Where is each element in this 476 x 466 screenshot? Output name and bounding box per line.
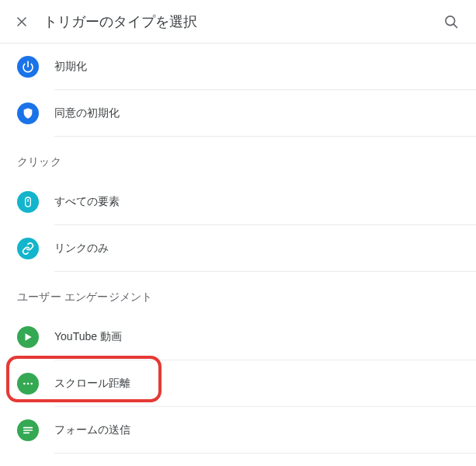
trigger-item-label: リンクのみ — [54, 242, 109, 256]
trigger-item-label: スクロール距離 — [54, 377, 130, 391]
scroll-icon — [17, 373, 39, 395]
modal-header: トリガーのタイプを選択 — [0, 0, 476, 43]
trigger-item-label: 初期化 — [54, 60, 87, 74]
divider — [54, 271, 476, 272]
modal-title: トリガーのタイプを選択 — [43, 12, 436, 31]
divider — [54, 136, 476, 137]
trigger-item-form-submission[interactable]: フォームの送信 — [0, 407, 476, 454]
svg-line-3 — [453, 24, 457, 27]
trigger-item-consent-initialization[interactable]: 同意の初期化 — [0, 90, 476, 137]
trigger-item-label: YouTube 動画 — [54, 330, 122, 344]
svg-point-9 — [27, 383, 30, 385]
link-icon — [17, 238, 39, 259]
search-icon — [443, 14, 459, 30]
trigger-item-initialization[interactable]: 初期化 — [0, 43, 476, 90]
mouse-icon — [17, 191, 39, 213]
section-header-engagement: ユーザー エンゲージメント — [0, 272, 476, 314]
power-icon — [17, 56, 39, 78]
shield-icon — [17, 103, 39, 124]
trigger-item-label: フォームの送信 — [54, 423, 130, 437]
trigger-item-label: すべての要素 — [54, 195, 120, 209]
close-icon — [14, 14, 30, 30]
svg-point-8 — [23, 383, 26, 385]
svg-point-10 — [30, 383, 33, 385]
svg-marker-7 — [26, 333, 32, 340]
trigger-item-label: 同意の初期化 — [54, 106, 120, 120]
trigger-type-list: 初期化 同意の初期化 クリック すべての要素 リンクのみ — [0, 43, 476, 466]
trigger-item-all-elements[interactable]: すべての要素 — [0, 179, 476, 225]
trigger-item-just-links[interactable]: リンクのみ — [0, 225, 476, 272]
close-button[interactable] — [6, 6, 37, 37]
search-button[interactable] — [436, 6, 467, 37]
form-icon — [17, 419, 39, 441]
trigger-item-youtube-video[interactable]: YouTube 動画 — [0, 314, 476, 360]
section-header-click: クリック — [0, 137, 476, 179]
trigger-item-element-visibility[interactable]: 要素の表示 — [0, 454, 476, 466]
trigger-item-scroll-depth[interactable]: スクロール距離 — [0, 360, 476, 407]
play-icon — [17, 326, 39, 348]
